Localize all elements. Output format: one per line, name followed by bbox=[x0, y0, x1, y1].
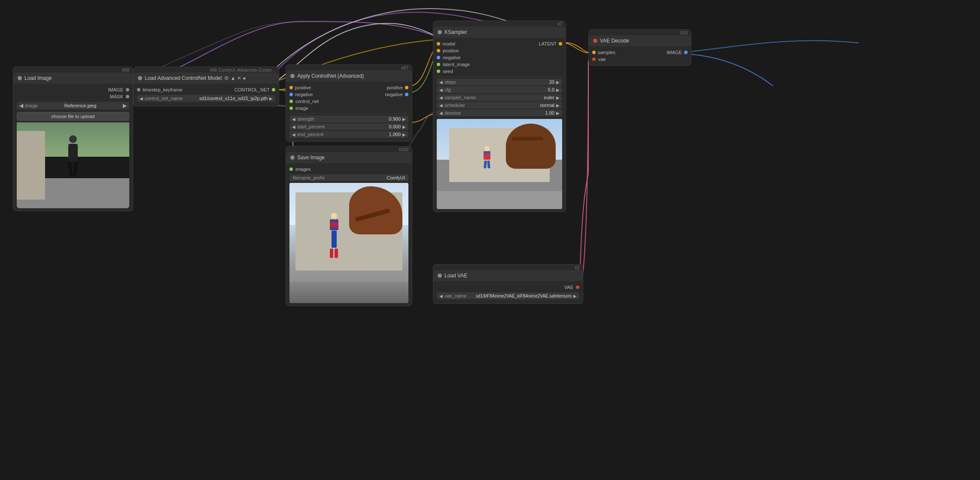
next-start-btn[interactable]: ▶ bbox=[402, 125, 407, 129]
prev-vae-btn[interactable]: ◀ bbox=[438, 294, 444, 298]
images-in-row: images bbox=[289, 166, 408, 173]
prev-end-btn[interactable]: ◀ bbox=[291, 132, 296, 137]
seed-label: seed bbox=[443, 69, 453, 74]
scheduler-value: normal bbox=[471, 103, 554, 108]
images-in-label: images bbox=[295, 167, 310, 172]
denoise-value: 1.00 bbox=[471, 110, 554, 115]
node-id-2: #2 bbox=[433, 264, 583, 270]
choose-file-button[interactable]: choose file to upload bbox=[17, 112, 129, 121]
model-input-port bbox=[437, 42, 440, 46]
end-label: end_percent bbox=[297, 132, 323, 137]
control-net-name-label: control_net_name bbox=[145, 96, 183, 101]
strength-row[interactable]: ◀ strength 0.900 ▶ bbox=[289, 115, 408, 122]
timestep-label: timestep_keyframe bbox=[143, 87, 183, 92]
node-id-10: #10 bbox=[589, 30, 691, 35]
vae-decode-body: samples IMAGE vae bbox=[589, 46, 691, 65]
image-output-row: IMAGE bbox=[17, 86, 129, 93]
sampler-name-row[interactable]: ◀ sampler_name euler ▶ bbox=[437, 94, 562, 101]
steps-row[interactable]: ◀ steps 20 ▶ bbox=[437, 79, 562, 85]
end-percent-row[interactable]: ◀ end_percent 1.000 ▶ bbox=[289, 131, 408, 138]
load-vae-body: VAE ◀ vae_name sd1/klF8Anime2VAE_klF8Ani… bbox=[433, 281, 583, 304]
vae-name-label: vae_name bbox=[444, 293, 470, 298]
denoise-row[interactable]: ◀ denoise 1.00 ▶ bbox=[437, 109, 562, 116]
next-file-btn[interactable]: ▶ bbox=[123, 103, 127, 109]
apply-controlnet-dot bbox=[290, 74, 295, 78]
next-controlnet-btn[interactable]: ▶ bbox=[268, 96, 274, 101]
prev-denoise-btn[interactable]: ◀ bbox=[438, 111, 444, 115]
load-vae-dot bbox=[438, 273, 442, 278]
prev-cfg-btn[interactable]: ◀ bbox=[438, 88, 444, 92]
next-steps-btn[interactable]: ▶ bbox=[555, 80, 560, 85]
load-vae-header: Load VAE bbox=[433, 270, 583, 281]
control-net-name-value: sd1/control_v11e_sd15_ip2p.pth bbox=[183, 96, 268, 101]
next-scheduler-btn[interactable]: ▶ bbox=[555, 103, 560, 108]
load-image-preview: Reference image bbox=[17, 122, 129, 208]
next-vae-btn[interactable]: ▶ bbox=[572, 294, 578, 298]
scheduler-row[interactable]: ◀ scheduler normal ▶ bbox=[437, 102, 562, 109]
positive-output-port bbox=[405, 86, 408, 89]
cfg-row[interactable]: ◀ cfg 5.0 ▶ bbox=[437, 86, 562, 93]
image-in-label: image bbox=[295, 106, 308, 111]
load-image-dot bbox=[18, 76, 22, 80]
vae-decode-title: VAE Decode bbox=[600, 38, 629, 44]
image-output-label: IMAGE bbox=[108, 87, 123, 92]
control-net-output-label: CONTROL_NET bbox=[234, 87, 270, 92]
ksampler-dot bbox=[438, 30, 442, 34]
negative-row: negative negative bbox=[289, 91, 408, 98]
next-sampler-btn[interactable]: ▶ bbox=[555, 95, 560, 100]
vae-in-row: vae bbox=[592, 56, 688, 63]
image-file-row[interactable]: ◀ image Reference.jpeg ▶ bbox=[17, 102, 129, 109]
node-id-66: #66 ComfyUI–Advanced–Contro... bbox=[134, 67, 279, 73]
prev-sampler-btn[interactable]: ◀ bbox=[438, 95, 444, 100]
image-in-port bbox=[289, 106, 293, 110]
strength-value: 0.900 bbox=[324, 116, 401, 122]
vae-name-row[interactable]: ◀ vae_name sd1/klF8Anime2VAE_klF8Anime2V… bbox=[437, 292, 579, 299]
vae-out-port bbox=[576, 286, 579, 289]
prev-strength-btn[interactable]: ◀ bbox=[291, 117, 296, 122]
vae-decode-header: VAE Decode bbox=[589, 35, 691, 46]
start-label: start_percent bbox=[297, 124, 325, 129]
scheduler-label: scheduler bbox=[444, 103, 470, 108]
vae-name-value: sd1/klF8Anime2VAE_klF8Anime2VAE.safetens… bbox=[471, 294, 572, 298]
control-net-name-row[interactable]: ◀ control_net_name sd1/control_v11e_sd15… bbox=[137, 95, 275, 102]
next-cfg-btn[interactable]: ▶ bbox=[555, 88, 560, 92]
latent-image-port bbox=[437, 63, 440, 66]
start-value: 0.000 bbox=[326, 124, 401, 129]
filename-prefix-row[interactable]: filename_prefix ComfyUI bbox=[289, 174, 408, 181]
ksampler-divider bbox=[437, 76, 562, 77]
prev-scheduler-btn[interactable]: ◀ bbox=[438, 103, 444, 108]
controlnet-subtitle: ComfyUI–Advanced–Contro... bbox=[218, 68, 275, 73]
next-end-btn[interactable]: ▶ bbox=[402, 132, 407, 137]
samples-row: samples IMAGE bbox=[592, 49, 688, 56]
positive-input-port bbox=[289, 86, 293, 89]
ksampler-positive-label: positive bbox=[443, 48, 459, 53]
next-denoise-btn[interactable]: ▶ bbox=[555, 111, 560, 115]
ksampler-negative-port bbox=[437, 56, 440, 59]
vae-output-row: VAE bbox=[437, 284, 579, 291]
prev-controlnet-btn[interactable]: ◀ bbox=[139, 96, 144, 101]
prev-start-btn[interactable]: ◀ bbox=[291, 125, 296, 129]
save-image-title: Save Image bbox=[297, 155, 325, 161]
load-vae-node: #2 Load VAE VAE ◀ vae_name sd1/klF8Anime… bbox=[433, 264, 583, 304]
prev-file-btn[interactable]: ◀ bbox=[19, 103, 23, 109]
vae-in-label: vae bbox=[598, 57, 606, 62]
image-out-port bbox=[684, 51, 688, 54]
load-controlnet-body: timestep_keyframe CONTROL_NET ◀ control_… bbox=[134, 84, 279, 106]
seed-port bbox=[437, 70, 440, 73]
start-percent-row[interactable]: ◀ start_percent 0.000 ▶ bbox=[289, 123, 408, 130]
cfg-label: cfg bbox=[444, 87, 470, 92]
timestep-controlnet-row: timestep_keyframe CONTROL_NET bbox=[137, 86, 275, 93]
ksampler-negative-label: negative bbox=[443, 55, 461, 60]
load-controlnet-title: Load Advanced ControlNet Model bbox=[145, 75, 222, 81]
seed-row: seed bbox=[437, 68, 562, 75]
load-controlnet-header: Load Advanced ControlNet Model ⚙ ▲ ✕ ● bbox=[134, 73, 279, 84]
prev-steps-btn[interactable]: ◀ bbox=[438, 80, 444, 85]
latent-output-port bbox=[559, 42, 562, 46]
image-field-label: image bbox=[25, 103, 38, 108]
sampler-name-value: euler bbox=[477, 95, 554, 100]
load-vae-title: Load VAE bbox=[444, 273, 467, 279]
control-net-in-row: control_net bbox=[289, 98, 408, 105]
controlnet-icons: ⚙ ▲ ✕ ● bbox=[224, 75, 246, 81]
next-strength-btn[interactable]: ▶ bbox=[402, 117, 407, 122]
load-image-title: Load Image bbox=[24, 75, 52, 81]
